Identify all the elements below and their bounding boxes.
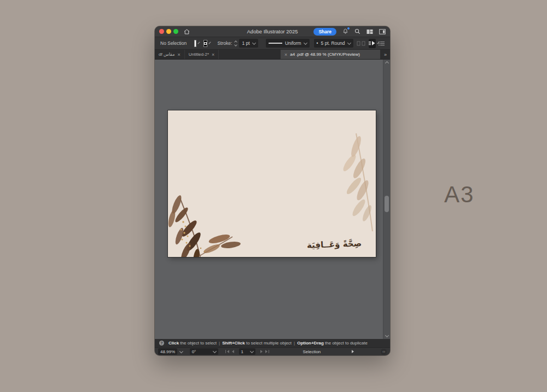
hint-separator: | — [294, 341, 295, 346]
brush-bullet-icon: • — [317, 40, 318, 46]
desktop: { "desktop": { "size_label": "A3" }, "ti… — [0, 0, 547, 392]
search-icon[interactable] — [354, 28, 360, 34]
rotation-chevron-icon[interactable] — [213, 349, 217, 353]
help-icon[interactable]: ? — [159, 341, 164, 346]
tab-overflow-button[interactable]: » — [380, 50, 390, 59]
top-right-leaf-artwork — [328, 125, 376, 234]
first-artboard-icon — [225, 350, 229, 353]
hint-text: the object to duplicate — [324, 341, 368, 346]
hint-bold: Click — [168, 341, 179, 346]
brush-definition-select[interactable]: • 5 pt. Round — [314, 39, 353, 48]
hint-text: the object to select — [179, 341, 217, 346]
tab-label: a4 .pdf @ 48.99 % (CMYK/Preview) — [290, 52, 360, 57]
tab-label: df مقاس — [159, 52, 174, 57]
scroll-down-icon[interactable] — [385, 334, 388, 337]
zoom-chevron-icon[interactable] — [179, 349, 183, 353]
width-profile-select[interactable]: Uniform — [266, 39, 310, 48]
scroll-up-icon[interactable] — [385, 61, 388, 65]
artboard[interactable]: صِحَّةً وَعَــافِيَة — [168, 110, 376, 257]
horizontal-scrollbar[interactable]: ‹ › — [381, 349, 387, 355]
tab-document-2[interactable]: Untitled-2* × — [185, 50, 219, 59]
stroke-color-swatch[interactable] — [203, 40, 207, 47]
artboard-chevron-icon[interactable] — [250, 349, 254, 353]
previous-artboard-icon — [232, 350, 234, 353]
width-profile-value: Uniform — [285, 40, 301, 46]
zoom-level-select[interactable]: 48.99% — [158, 348, 177, 355]
tab-close-icon[interactable]: × — [177, 52, 180, 57]
notification-dot — [347, 27, 350, 30]
width-profile-icon — [369, 40, 376, 46]
stroke-weight-chevron-icon[interactable] — [252, 40, 256, 44]
variable-width-options-icon — [357, 41, 365, 46]
tab-close-icon[interactable]: × — [212, 52, 214, 57]
bottom-left-leaf-artwork — [168, 184, 247, 257]
width-profile-chevron-icon[interactable] — [304, 41, 307, 45]
close-window-button[interactable] — [159, 29, 164, 34]
stroke-weight-field[interactable]: 1 pt — [239, 39, 258, 48]
control-bar: No Selection Stroke: 1 pt Uniform • 5 pt… — [155, 37, 390, 50]
traffic-lights — [159, 29, 178, 34]
artboard-number-field[interactable]: 1 — [239, 348, 256, 355]
tab-label: Untitled-2* — [189, 52, 209, 57]
panel-list-icon[interactable] — [379, 41, 385, 46]
artboard-number-value: 1 — [241, 349, 243, 354]
width-profile-preview-button[interactable] — [369, 39, 376, 48]
notifications-bell-icon[interactable] — [342, 28, 348, 34]
workspace-switcher-icon[interactable] — [366, 29, 373, 34]
hint-bar: ? Click the object to select|Shift+Click… — [155, 339, 390, 347]
document-tab-bar: df مقاس × Untitled-2* × × a4 .pdf @ 48.9… — [155, 50, 390, 60]
vertical-scrollbar-thumb[interactable] — [385, 196, 389, 212]
hint-bold: Shift+Click — [222, 341, 245, 346]
stroke-weight-stepper[interactable] — [235, 39, 237, 48]
fill-chevron-down-icon[interactable] — [197, 42, 200, 44]
tab-close-icon[interactable]: × — [284, 52, 287, 57]
arrange-documents-icon[interactable] — [379, 29, 386, 34]
rotation-value: 0° — [192, 349, 196, 354]
title-bar: Adobe Illustrator 2025 Share — [155, 26, 390, 37]
brush-definition-value: 5 pt. Round — [321, 40, 345, 46]
zoom-window-button[interactable] — [173, 29, 178, 34]
artboard-size-label: A3 — [444, 182, 474, 208]
rotation-select[interactable]: 0° — [190, 348, 218, 355]
stepper-up-icon[interactable] — [235, 40, 238, 44]
tab-document-1[interactable]: df مقاس × — [155, 50, 185, 59]
stroke-weight-label: Stroke: — [217, 40, 232, 46]
last-artboard-icon — [265, 350, 269, 353]
stroke-chevron-down-icon[interactable] — [208, 42, 211, 44]
zoom-level-value: 48.99% — [160, 349, 175, 354]
selection-status: No Selection — [160, 40, 187, 46]
tab-document-active[interactable]: × a4 .pdf @ 48.99 % (CMYK/Preview) — [281, 50, 380, 59]
status-flyout-icon[interactable] — [352, 350, 354, 353]
uniform-stroke-icon — [269, 43, 282, 44]
home-icon[interactable] — [184, 29, 190, 34]
vertical-scrollbar[interactable] — [383, 60, 390, 339]
stepper-down-icon[interactable] — [235, 43, 238, 46]
status-bar: 48.99% 0° 1 Selection ‹ › — [155, 347, 390, 355]
next-artboard-icon — [260, 350, 263, 353]
illustrator-window: Adobe Illustrator 2025 Share No Selectio… — [155, 26, 390, 355]
hint-separator: | — [219, 341, 220, 346]
hint-bold: Option+Drag — [297, 341, 324, 346]
share-button[interactable]: Share — [313, 28, 336, 36]
calligraphy-text: صِحَّةً وَعَــافِيَة — [307, 238, 362, 250]
brush-chevron-icon[interactable] — [347, 40, 351, 44]
scroll-right-icon[interactable]: › — [384, 350, 385, 354]
stroke-weight-value: 1 pt — [242, 40, 249, 46]
current-tool-label: Selection — [302, 349, 321, 354]
hint-text: to select multiple object — [245, 341, 292, 346]
minimize-window-button[interactable] — [166, 29, 171, 34]
canvas-pasteboard[interactable]: صِحَّةً وَعَــافِيَة — [155, 60, 390, 339]
fill-color-swatch[interactable] — [194, 40, 196, 47]
